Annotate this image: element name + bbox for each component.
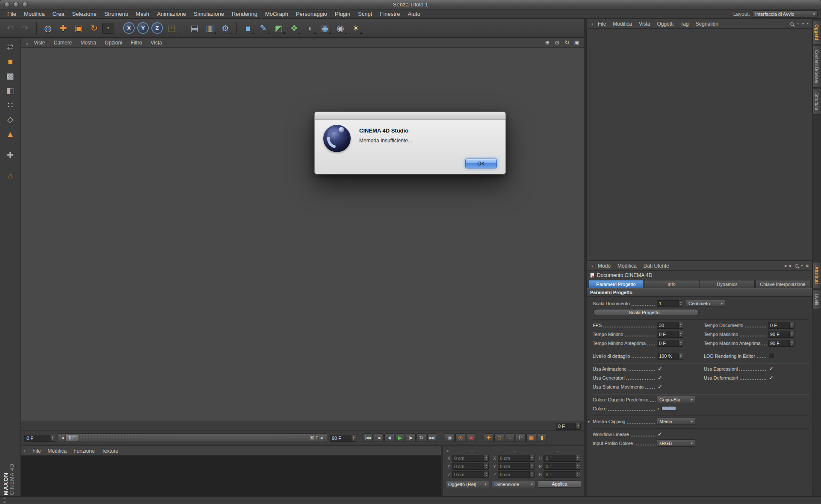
coord-field-1-z[interactable]: 0 cm▴▾: [498, 471, 535, 478]
zoom-view-icon[interactable]: ⊙: [553, 39, 561, 47]
history-back-icon[interactable]: ◂: [784, 263, 787, 268]
tab-dynamics[interactable]: Dynamics: [700, 280, 755, 288]
filter-icon[interactable]: ▪: [802, 21, 804, 26]
dialog-titlebar[interactable]: [315, 112, 505, 120]
ok-button[interactable]: OK: [465, 159, 497, 168]
autokeying-button[interactable]: ◎: [455, 433, 465, 442]
menu-selezione[interactable]: Selezione: [68, 11, 100, 17]
current-frame-field[interactable]: 0 F▴▾: [24, 435, 55, 442]
param-field-tempo-minimo[interactable]: 0 F▴▾: [657, 331, 683, 338]
stepper-icon[interactable]: ▴▾: [484, 463, 488, 469]
stepper-icon[interactable]: ▴▾: [529, 472, 534, 477]
rotate-view-icon[interactable]: ↻: [563, 39, 571, 47]
stepper-icon[interactable]: ▴▾: [789, 331, 794, 337]
tab-info[interactable]: Info: [644, 280, 699, 288]
live-selection-button[interactable]: ◎: [41, 21, 55, 35]
render-picture-viewer-button[interactable]: ▥: [203, 21, 217, 35]
coord-field-2-h[interactable]: 0 °▴▾: [543, 455, 580, 462]
render-view-button[interactable]: ▤: [187, 21, 202, 35]
play-backward-button[interactable]: ◀: [374, 433, 384, 442]
preview-frame-field[interactable]: 0 F▴▾: [556, 423, 581, 430]
menu-simulazione[interactable]: Simulazione: [190, 11, 228, 17]
cloner-array-button[interactable]: ❖: [287, 21, 301, 35]
record-active-objects-button[interactable]: ◉: [445, 433, 455, 442]
range-start-handle-icon[interactable]: ◀: [61, 436, 64, 440]
menu-plugin[interactable]: Plugin: [331, 11, 354, 17]
panel-grip-icon[interactable]: [3, 498, 6, 503]
mm-menu-file[interactable]: File: [29, 448, 44, 454]
texture-mode-button[interactable]: ▩: [2, 69, 18, 83]
current-frame-marker[interactable]: 0 F: [65, 435, 78, 441]
mm-menu-modifica[interactable]: Modifica: [44, 448, 70, 454]
param-field-livello-di-dettaglio[interactable]: 100 %▴▾: [657, 353, 683, 360]
param-field-tempo-minimo-anteprima[interactable]: 0 F▴▾: [657, 340, 683, 347]
coord-field-2-p[interactable]: 0 °▴▾: [543, 463, 580, 470]
stepper-icon[interactable]: ▴▾: [678, 301, 683, 307]
stepper-icon[interactable]: ▴▾: [575, 455, 580, 461]
search-icon[interactable]: [795, 264, 798, 268]
end-frame-field[interactable]: 90 F▴▾: [330, 435, 356, 442]
coord-mode-dropdown[interactable]: Oggetto (Rel)▾: [446, 481, 489, 488]
param-check-usa-animazione[interactable]: ✓: [658, 365, 662, 372]
menu-mesh[interactable]: Mesh: [132, 11, 153, 17]
menu-crea[interactable]: Crea: [48, 11, 68, 17]
edges-mode-button[interactable]: ◇: [2, 113, 18, 126]
param-field-tempo-massimo-anteprima[interactable]: 90 F▴▾: [768, 340, 794, 347]
stepper-icon[interactable]: ▴▾: [575, 463, 580, 469]
expander-icon[interactable]: ▸: [588, 419, 593, 424]
history-forward-icon[interactable]: ▸: [789, 263, 792, 268]
coordinate-system-button[interactable]: ◳: [165, 21, 179, 35]
stepper-icon[interactable]: ▴▾: [576, 423, 580, 429]
viewport-menu-mostra[interactable]: Mostra: [76, 40, 100, 46]
subdivision-surface-button[interactable]: ◩: [272, 21, 286, 35]
camera-button[interactable]: ◉: [333, 21, 348, 35]
am-menu-dati-utente[interactable]: Dati Utente: [640, 263, 673, 269]
play-loop-button[interactable]: ↻: [416, 433, 426, 442]
keyframe-selection-button[interactable]: ◉: [466, 433, 476, 442]
stepper-icon[interactable]: ▴▾: [484, 472, 488, 477]
button-scala-progetto[interactable]: Scala Progetto...: [594, 309, 699, 316]
previous-frame-button[interactable]: ◀|: [384, 433, 394, 442]
om-menu-file[interactable]: File: [594, 21, 609, 27]
material-list[interactable]: [21, 456, 441, 496]
param-dropdown-mostra-clipping[interactable]: Medio▾: [657, 418, 695, 425]
param-dropdown-input-profilo-colore[interactable]: sRGB▾: [657, 439, 695, 447]
menu-mograph[interactable]: MoGraph: [261, 11, 292, 17]
coord-field-0-x[interactable]: 0 cm▴▾: [452, 455, 489, 462]
stepper-icon[interactable]: ▴▾: [484, 455, 488, 461]
make-editable-button[interactable]: ⇄: [2, 40, 18, 53]
points-mode-button[interactable]: ∷: [2, 98, 18, 112]
menu-personaggio[interactable]: Personaggio: [292, 11, 331, 17]
lock-x-axis-button[interactable]: X: [123, 22, 135, 34]
side-tab-struttura[interactable]: Struttura: [812, 89, 821, 115]
spline-tool-button[interactable]: ✎: [256, 21, 271, 35]
jump-end-button[interactable]: ▶▶|: [427, 433, 437, 442]
range-end-handle-icon[interactable]: ▶: [321, 436, 324, 440]
stepper-icon[interactable]: ▴▾: [529, 455, 534, 461]
rotate-tool-button[interactable]: ↻: [87, 21, 101, 35]
menu-file[interactable]: File: [3, 11, 20, 17]
last-used-tool-button[interactable]: ▾: [102, 23, 114, 34]
lock-icon[interactable]: ▪: [801, 263, 803, 268]
om-menu-oggetti[interactable]: Oggetti: [654, 21, 677, 27]
param-field-tempo-documento[interactable]: 0 F▴▾: [768, 322, 794, 329]
param-check-usa-deformatori[interactable]: ✓: [769, 374, 774, 381]
panel-menu-icon[interactable]: ≡: [806, 263, 809, 268]
stepper-icon[interactable]: ▴▾: [789, 322, 794, 328]
record-point-level-button[interactable]: ▦: [526, 433, 536, 442]
menu-animazione[interactable]: Animazione: [153, 11, 190, 17]
scale-tool-button[interactable]: ▣: [71, 21, 86, 35]
param-dropdown-colore-oggetto-predefinito[interactable]: Grigio-Blu▾: [657, 396, 695, 403]
stepper-icon[interactable]: ▴▾: [575, 472, 580, 477]
tab-chiave-interpolazione[interactable]: Chiave Interpolazione: [755, 280, 810, 288]
render-settings-button[interactable]: ⚙: [218, 21, 233, 35]
expander-icon[interactable]: ▸: [658, 407, 660, 411]
lock-z-axis-button[interactable]: Z: [151, 22, 163, 34]
color-swatch[interactable]: [662, 406, 676, 411]
coord-field-2-b[interactable]: 0 °▴▾: [543, 471, 580, 478]
side-tab-oggetti[interactable]: Oggetti: [812, 20, 821, 44]
redo-button[interactable]: ↷: [18, 21, 32, 35]
coord-field-0-y[interactable]: 0 cm▴▾: [452, 463, 489, 470]
window-titlebar[interactable]: Senza Titolo 1: [0, 0, 821, 9]
workplane-mode-button[interactable]: ◧: [2, 84, 18, 97]
